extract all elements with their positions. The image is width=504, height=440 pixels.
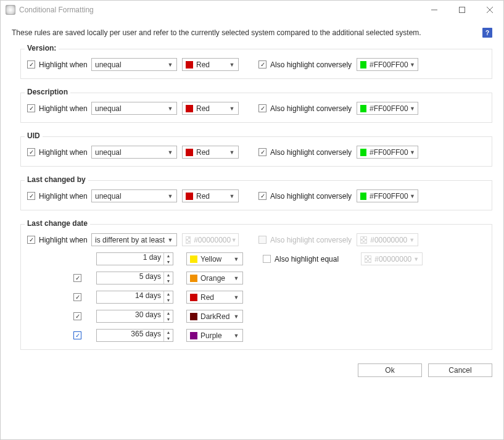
date-threshold-4-checkbox[interactable]: [73, 312, 81, 320]
changedby-highlight-checkbox[interactable]: [27, 192, 35, 200]
version-color-select[interactable]: Red▼: [182, 58, 239, 71]
group-description: Description Highlight when unequal▼ Red▼: [20, 93, 492, 123]
uid-conversely-checkbox[interactable]: [258, 148, 266, 156]
cancel-button[interactable]: Cancel: [428, 363, 492, 377]
group-uid-label: UID: [25, 131, 43, 140]
uid-conversely-color-select[interactable]: #FF00FF00▼: [357, 146, 418, 159]
group-uid: UID Highlight when unequal▼ Red▼: [20, 136, 492, 167]
window-title: Conditional Formatting: [19, 6, 420, 14]
chevron-up-icon[interactable]: ▲: [164, 330, 173, 336]
chevron-down-icon: ▼: [227, 193, 237, 199]
chevron-down-icon: ▼: [408, 106, 416, 112]
chevron-up-icon[interactable]: ▲: [164, 291, 173, 297]
chevron-down-icon: ▼: [408, 193, 416, 199]
date-threshold-5-stepper[interactable]: 365 days ▲▼: [96, 329, 173, 342]
date-threshold-2-stepper[interactable]: 5 days ▲▼: [96, 272, 173, 284]
version-highlight-checkbox[interactable]: [27, 60, 35, 68]
date-color-1-select[interactable]: Yellow▼: [186, 252, 243, 265]
chevron-down-icon: ▼: [165, 62, 175, 68]
chevron-down-icon[interactable]: ▼: [164, 336, 173, 342]
highlight-when-label: Highlight when: [39, 60, 88, 69]
chevron-down-icon: ▼: [231, 333, 241, 339]
date-threshold-2-checkbox[interactable]: [73, 274, 81, 282]
chevron-down-icon: ▼: [231, 256, 241, 262]
chevron-down-icon: ▼: [411, 256, 421, 262]
chevron-down-icon: ▼: [227, 149, 237, 156]
color-swatch-green: [360, 61, 366, 68]
date-threshold-5-checkbox[interactable]: [73, 331, 81, 339]
date-threshold-4-stepper[interactable]: 30 days ▲▼: [96, 310, 173, 323]
chevron-down-icon: ▼: [227, 62, 237, 68]
date-conversely-checkbox: [258, 236, 266, 244]
description-color-select[interactable]: Red▼: [182, 102, 239, 115]
group-change-date-label: Last change date: [25, 219, 90, 228]
chevron-down-icon[interactable]: ▼: [164, 297, 173, 304]
svg-rect-1: [459, 7, 465, 13]
group-changed-by: Last changed by Highlight when unequal▼ …: [20, 180, 492, 210]
transparent-swatch-icon: [186, 236, 191, 244]
uid-highlight-checkbox[interactable]: [27, 148, 35, 156]
date-equal-color-disabled: #00000000▼: [361, 252, 423, 265]
minimize-button[interactable]: [420, 1, 448, 19]
version-conversely-checkbox[interactable]: [258, 60, 266, 68]
version-condition-select[interactable]: unequal▼: [91, 58, 177, 71]
date-condition-select[interactable]: is different by at least▼: [91, 233, 177, 246]
changedby-conversely-checkbox[interactable]: [258, 192, 266, 200]
chevron-up-icon[interactable]: ▲: [164, 310, 173, 317]
description-conversely-checkbox[interactable]: [258, 104, 266, 112]
date-threshold-3-checkbox[interactable]: [73, 293, 81, 301]
description-highlight-checkbox[interactable]: [27, 104, 35, 112]
version-conversely-color-select[interactable]: #FF00FF00▼: [357, 58, 418, 71]
date-also-equal-checkbox[interactable]: [263, 255, 271, 263]
chevron-up-icon[interactable]: ▲: [164, 253, 173, 259]
date-color-3-select[interactable]: Red▼: [186, 291, 243, 304]
group-version-label: Version:: [25, 44, 59, 52]
date-threshold-3-stepper[interactable]: 14 days ▲▼: [96, 291, 173, 304]
maximize-button[interactable]: [448, 1, 476, 19]
help-icon[interactable]: ?: [482, 28, 492, 38]
group-version: Version: Highlight when unequal▼ Red▼: [20, 49, 492, 79]
chevron-down-icon: ▼: [231, 275, 241, 281]
group-changed-by-label: Last changed by: [25, 175, 88, 184]
date-color-select-disabled: #00000000▼: [182, 233, 239, 246]
description-condition-select[interactable]: unequal▼: [91, 102, 177, 115]
chevron-down-icon: ▼: [165, 193, 175, 199]
chevron-down-icon[interactable]: ▼: [164, 259, 173, 265]
date-highlight-checkbox[interactable]: [27, 236, 35, 244]
chevron-down-icon[interactable]: ▼: [164, 278, 173, 284]
changedby-condition-select[interactable]: unequal▼: [91, 189, 177, 202]
changedby-color-select[interactable]: Red▼: [182, 189, 239, 202]
titlebar: Conditional Formatting: [1, 1, 503, 19]
uid-color-select[interactable]: Red▼: [182, 146, 239, 159]
date-color-2-select[interactable]: Orange▼: [186, 272, 243, 284]
date-color-5-select[interactable]: Purple▼: [186, 329, 243, 342]
date-threshold-1-stepper[interactable]: 1 day ▲▼: [96, 252, 173, 265]
color-swatch-red: [186, 61, 193, 68]
transparent-swatch-icon: [365, 255, 371, 263]
transparent-swatch-icon: [360, 236, 367, 244]
uid-condition-select[interactable]: unequal▼: [91, 146, 177, 159]
chevron-down-icon: ▼: [231, 294, 241, 301]
group-change-date: Last change date Highlight when is diffe…: [20, 224, 492, 350]
chevron-down-icon: ▼: [165, 237, 175, 243]
chevron-down-icon: ▼: [408, 149, 416, 156]
chevron-down-icon: ▼: [231, 237, 237, 243]
description-conversely-color-select[interactable]: #FF00FF00▼: [357, 102, 418, 115]
chevron-down-icon: ▼: [227, 106, 237, 112]
chevron-down-icon: ▼: [165, 149, 175, 156]
close-button[interactable]: [476, 1, 503, 19]
chevron-down-icon: ▼: [231, 313, 241, 320]
chevron-down-icon: ▼: [165, 106, 175, 112]
chevron-up-icon[interactable]: ▲: [164, 272, 173, 278]
also-conversely-label: Also highlight conversely: [270, 60, 352, 69]
chevron-down-icon[interactable]: ▼: [164, 317, 173, 323]
ok-button[interactable]: Ok: [358, 363, 422, 377]
group-description-label: Description: [25, 88, 70, 96]
changedby-conversely-color-select[interactable]: #FF00FF00▼: [357, 189, 418, 202]
chevron-down-icon: ▼: [408, 62, 416, 68]
date-conversely-color-disabled: #00000000▼: [357, 233, 418, 246]
page-description: These rules are saved locally per user a…: [12, 28, 421, 37]
app-icon: [6, 5, 15, 15]
date-color-4-select[interactable]: DarkRed▼: [186, 310, 243, 323]
chevron-down-icon: ▼: [407, 237, 416, 243]
